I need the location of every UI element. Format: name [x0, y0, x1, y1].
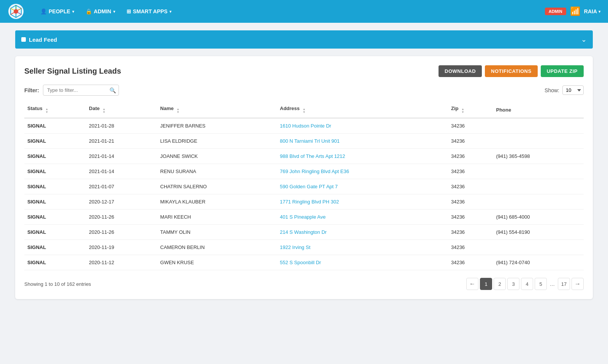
sort-icon[interactable]: ▲▼ [177, 108, 180, 114]
cell-status: SIGNAL [24, 240, 86, 255]
table-row: SIGNAL 2020-11-26 TAMMY OLIN 214 S Washi… [24, 225, 584, 240]
cell-address[interactable]: 988 Blvd of The Arts Apt 1212 [277, 149, 448, 164]
cell-status: SIGNAL [24, 194, 86, 210]
cell-name: LISA ELDRIDGE [157, 134, 277, 149]
pagination-page-1[interactable]: 1 [480, 278, 492, 290]
col-zip: Zip ▲▼ [448, 102, 493, 118]
pagination-page-3[interactable]: 3 [507, 278, 519, 290]
cell-status: SIGNAL [24, 225, 86, 240]
sort-icon[interactable]: ▲▼ [103, 108, 106, 114]
lock-icon: 🔒 [86, 8, 92, 14]
cell-address[interactable]: 590 Golden Gate PT Apt 7 [277, 179, 448, 194]
table-row: SIGNAL 2021-01-14 JOANNE SWICK 988 Blvd … [24, 149, 584, 164]
address-link[interactable]: 800 N Tarniami Trl Unit 901 [280, 138, 340, 144]
cell-name: MARI KEECH [157, 210, 277, 225]
cell-zip: 34236 [448, 240, 493, 255]
table-row: SIGNAL 2021-01-07 CHATRIN SALERNO 590 Go… [24, 179, 584, 194]
top-navigation: 👤 PEOPLE ▾ 🔒 ADMIN ▾ ⊞ SMART APPS ▾ ADMI… [0, 0, 608, 23]
pagination-row: Showing 1 to 10 of 162 entries ←12345…17… [24, 278, 584, 290]
cell-phone: (941) 365-4598 [493, 149, 584, 164]
table-title: Seller Signal Listing Leads [24, 67, 121, 76]
cell-zip: 34236 [448, 225, 493, 240]
table-row: SIGNAL 2020-11-19 CAMERON BERLIN 1922 Ir… [24, 240, 584, 255]
cell-status: SIGNAL [24, 255, 86, 270]
pagination-page-4[interactable]: 4 [521, 278, 533, 290]
pagination-page-17[interactable]: 17 [558, 278, 570, 290]
filter-label: Filter: [24, 87, 39, 93]
cell-address[interactable]: 401 S Pineapple Ave [277, 210, 448, 225]
cell-date: 2021-01-07 [86, 179, 157, 194]
sort-icon[interactable]: ▲▼ [302, 108, 306, 114]
nav-item-smart-apps[interactable]: ⊞ SMART APPS ▾ [122, 6, 176, 17]
cell-address[interactable]: 769 John Ringling Blvd Apt E36 [277, 164, 448, 179]
table-row: SIGNAL 2021-01-14 RENU SURANA 769 John R… [24, 164, 584, 179]
cell-phone [493, 240, 584, 255]
address-link[interactable]: 769 John Ringling Blvd Apt E36 [280, 169, 349, 174]
pagination-page-5[interactable]: 5 [535, 278, 547, 290]
download-button[interactable]: DOWNLOAD [439, 65, 482, 77]
nav-item-people[interactable]: 👤 PEOPLE ▾ [36, 6, 79, 17]
cell-phone [493, 118, 584, 134]
col-status: Status ▲▼ [24, 102, 86, 118]
wifi-icon: 📶 [570, 6, 580, 16]
cell-date: 2020-11-26 [86, 225, 157, 240]
cell-address[interactable]: 214 S Washington Dr [277, 225, 448, 240]
address-link[interactable]: 1771 Ringling Blvd PH 302 [280, 199, 339, 205]
address-link[interactable]: 1610 Hudson Pointe Dr [280, 123, 331, 129]
table-row: SIGNAL 2020-11-12 GWEN KRUSE 552 S Spoon… [24, 255, 584, 270]
pagination: ←12345…17→ [466, 278, 584, 290]
address-link[interactable]: 1922 Irving St [280, 244, 310, 250]
sort-icon[interactable]: ▲▼ [461, 108, 464, 114]
update-zip-button[interactable]: UPDATE ZIP [541, 65, 584, 77]
cell-zip: 34236 [448, 149, 493, 164]
pagination-next[interactable]: → [572, 278, 584, 290]
pagination-page-2[interactable]: 2 [494, 278, 506, 290]
cell-address[interactable]: 1610 Hudson Pointe Dr [277, 118, 448, 134]
grid-icon: ⊞ [127, 8, 131, 14]
leads-table: Status ▲▼ Date ▲▼ Name ▲▼ Address ▲▼ [24, 102, 584, 270]
filter-input[interactable] [43, 85, 119, 96]
user-menu[interactable]: RAIA ▾ [584, 8, 600, 14]
cell-address[interactable]: 1922 Irving St [277, 240, 448, 255]
cell-date: 2021-01-14 [86, 149, 157, 164]
cell-date: 2021-01-14 [86, 164, 157, 179]
cell-address[interactable]: 800 N Tarniami Trl Unit 901 [277, 134, 448, 149]
address-link[interactable]: 590 Golden Gate PT Apt 7 [280, 184, 338, 189]
col-address: Address ▲▼ [277, 102, 448, 118]
cell-phone [493, 179, 584, 194]
address-link[interactable]: 988 Blvd of The Arts Apt 1212 [280, 153, 345, 159]
sort-icon[interactable]: ▲▼ [45, 108, 48, 114]
cell-date: 2021-01-28 [86, 118, 157, 134]
show-select[interactable]: 10 25 50 100 [562, 85, 584, 95]
address-link[interactable]: 552 S Spoonbill Dr [280, 260, 321, 265]
address-link[interactable]: 214 S Washington Dr [280, 229, 327, 235]
nav-item-admin[interactable]: 🔒 ADMIN ▾ [81, 6, 120, 17]
address-link[interactable]: 401 S Pineapple Ave [280, 214, 326, 220]
cell-name: MIKAYLA KLAUBER [157, 194, 277, 210]
table-body: SIGNAL 2021-01-28 JENIFFER BARNES 1610 H… [24, 118, 584, 270]
show-label: Show: [545, 87, 559, 93]
logo[interactable] [8, 3, 24, 20]
cell-date: 2021-01-21 [86, 134, 157, 149]
cell-date: 2020-11-19 [86, 240, 157, 255]
admin-badge: ADMIN [545, 8, 566, 15]
pagination-info: Showing 1 to 10 of 162 entries [24, 281, 91, 287]
cell-name: CHATRIN SALERNO [157, 179, 277, 194]
cell-zip: 34236 [448, 194, 493, 210]
table-card: Seller Signal Listing Leads DOWNLOAD NOT… [15, 56, 593, 299]
pagination-prev[interactable]: ← [466, 278, 478, 290]
show-row: Show: 10 25 50 100 [545, 85, 584, 95]
table-row: SIGNAL 2021-01-28 JENIFFER BARNES 1610 H… [24, 118, 584, 134]
cell-zip: 34236 [448, 134, 493, 149]
chevron-down-icon: ▾ [598, 9, 600, 14]
filter-row: Filter: 🔍 Show: 10 25 50 100 [24, 85, 584, 96]
cell-address[interactable]: 1771 Ringling Blvd PH 302 [277, 194, 448, 210]
notifications-button[interactable]: NOTIFICATIONS [485, 65, 538, 77]
cell-name: GWEN KRUSE [157, 255, 277, 270]
cell-name: RENU SURANA [157, 164, 277, 179]
cell-address[interactable]: 552 S Spoonbill Dr [277, 255, 448, 270]
cell-zip: 34236 [448, 255, 493, 270]
header-buttons: DOWNLOAD NOTIFICATIONS UPDATE ZIP [439, 65, 584, 77]
cell-name: CAMERON BERLIN [157, 240, 277, 255]
lead-feed-collapse-icon[interactable]: ⌄ [581, 35, 587, 44]
